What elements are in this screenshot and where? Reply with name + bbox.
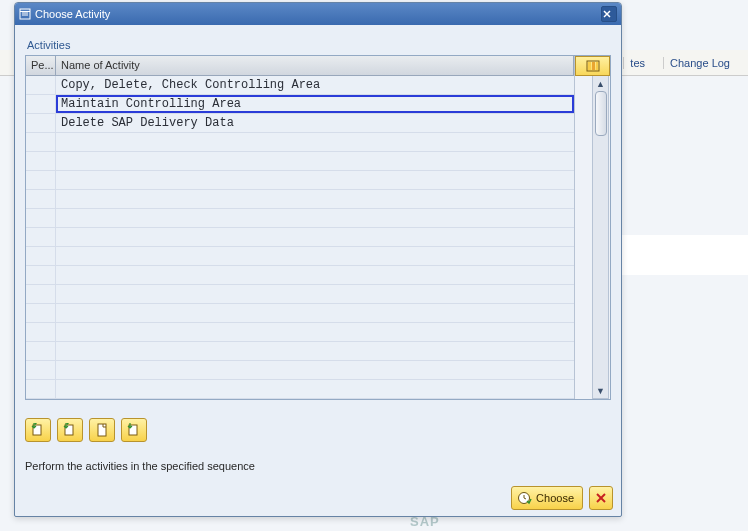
table-row[interactable]: Delete SAP Delivery Data [26,114,574,133]
table-row [26,228,574,247]
table-row [26,361,574,380]
cell-pe [26,76,56,94]
choose-label: Choose [536,492,574,504]
cancel-icon [595,492,607,504]
table-row[interactable]: Copy, Delete, Check Controlling Area [26,76,574,95]
cell-pe [26,228,56,246]
table-row [26,247,574,266]
toolbar-btn-1[interactable] [25,418,51,442]
cell-name: Delete SAP Delivery Data [56,114,574,132]
cell-name [56,304,574,322]
cell-pe [26,266,56,284]
cell-name [56,228,574,246]
cell-name [56,152,574,170]
svg-rect-8 [592,62,595,70]
bg-tes-button[interactable]: tes [623,57,651,69]
scroll-thumb[interactable] [595,91,607,136]
table-row [26,266,574,285]
table-row [26,323,574,342]
cell-pe [26,114,56,132]
activities-table: Pe... Name of Activity Copy, Delete, Che… [25,55,611,400]
scroll-up-icon[interactable]: ▲ [593,76,608,91]
section-label: Activities [25,33,611,55]
cell-pe [26,342,56,360]
svg-rect-7 [588,62,591,70]
table-row [26,304,574,323]
cell-name [56,266,574,284]
cell-name [56,209,574,227]
cell-pe [26,133,56,151]
cell-pe [26,171,56,189]
cell-pe [26,323,56,341]
toolbar-btn-3[interactable] [89,418,115,442]
table-row [26,152,574,171]
table-row [26,209,574,228]
instruction-text: Perform the activities in the specified … [25,460,611,472]
toolbar-btn-2[interactable] [57,418,83,442]
table-row [26,133,574,152]
toolbar-btn-4[interactable] [121,418,147,442]
cell-name: Copy, Delete, Check Controlling Area [56,76,574,94]
cell-name [56,190,574,208]
cell-name [56,361,574,379]
cell-pe [26,304,56,322]
table-row[interactable]: Maintain Controlling Area [26,95,574,114]
cell-pe [26,190,56,208]
svg-rect-0 [20,9,30,19]
col-header-name[interactable]: Name of Activity [56,56,574,76]
table-row [26,342,574,361]
col-header-pe[interactable]: Pe... [26,56,56,76]
svg-rect-12 [98,424,106,436]
table-row [26,285,574,304]
document-icon [94,422,110,438]
cell-pe [26,95,56,113]
bg-change-log-button[interactable]: Change Log [663,57,736,69]
cell-pe [26,152,56,170]
window-icon [19,8,31,20]
table-row [26,190,574,209]
dialog-titlebar[interactable]: Choose Activity [15,3,621,25]
cell-name [56,171,574,189]
choose-button[interactable]: Choose [511,486,583,510]
cell-pe [26,209,56,227]
cancel-button[interactable] [589,486,613,510]
cell-pe [26,380,56,398]
doc-arrow-icon [126,422,142,438]
cell-name [56,133,574,151]
close-icon [603,10,611,18]
cell-pe [26,285,56,303]
svg-rect-9 [596,62,598,70]
cell-name [56,323,574,341]
choose-activity-dialog: Choose Activity Activities Pe... Name of… [14,2,622,517]
table-row [26,380,574,399]
cell-name [56,380,574,398]
vertical-scrollbar[interactable]: ▲ ▼ [592,76,609,399]
doc-arrow-icon [30,422,46,438]
cell-name [56,285,574,303]
cell-pe [26,361,56,379]
cell-name: Maintain Controlling Area [56,95,574,113]
cell-name [56,247,574,265]
dialog-close-button[interactable] [601,6,617,22]
doc-arrow-icon [62,422,78,438]
cell-name [56,342,574,360]
cell-pe [26,247,56,265]
scroll-down-icon[interactable]: ▼ [593,383,608,398]
clock-check-icon [516,490,532,506]
dialog-title: Choose Activity [35,8,110,20]
configure-columns-button[interactable] [575,56,610,76]
table-row [26,171,574,190]
table-settings-icon [586,60,600,72]
